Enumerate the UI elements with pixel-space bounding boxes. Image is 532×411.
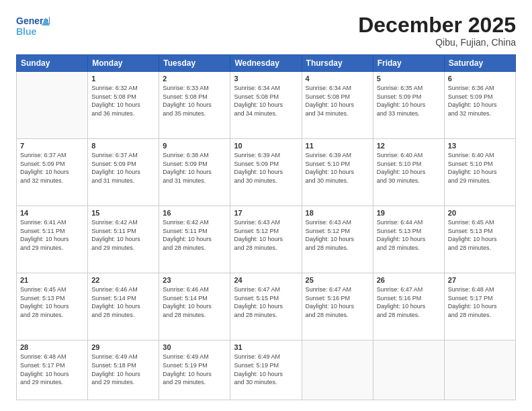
- day-number: 3: [234, 75, 298, 83]
- day-number: 30: [163, 343, 226, 351]
- cell-info: Sunrise: 6:43 AM Sunset: 5:12 PM Dayligh…: [306, 218, 369, 252]
- weekday-header-row: SundayMondayTuesdayWednesdayThursdayFrid…: [17, 55, 516, 72]
- cell-info: Sunrise: 6:37 AM Sunset: 5:09 PM Dayligh…: [20, 151, 84, 185]
- logo-svg: General Blue: [16, 13, 50, 40]
- calendar-cell: 15Sunrise: 6:42 AM Sunset: 5:11 PM Dayli…: [88, 206, 159, 273]
- location-subtitle: Qibu, Fujian, China: [358, 37, 516, 48]
- title-block: December 2025 Qibu, Fujian, China: [358, 13, 516, 48]
- day-number: 22: [91, 276, 155, 284]
- cell-info: Sunrise: 6:41 AM Sunset: 5:11 PM Dayligh…: [20, 218, 84, 252]
- cell-info: Sunrise: 6:34 AM Sunset: 5:08 PM Dayligh…: [306, 84, 369, 118]
- calendar-cell: [373, 340, 444, 400]
- calendar-cell: 29Sunrise: 6:49 AM Sunset: 5:18 PM Dayli…: [88, 340, 159, 400]
- cell-info: Sunrise: 6:40 AM Sunset: 5:10 PM Dayligh…: [448, 151, 512, 185]
- calendar-cell: 13Sunrise: 6:40 AM Sunset: 5:10 PM Dayli…: [444, 139, 515, 206]
- weekday-friday: Friday: [373, 55, 444, 72]
- week-row-3: 14Sunrise: 6:41 AM Sunset: 5:11 PM Dayli…: [17, 206, 516, 273]
- calendar-cell: [302, 340, 373, 400]
- calendar-cell: 6Sunrise: 6:36 AM Sunset: 5:09 PM Daylig…: [444, 72, 515, 139]
- cell-info: Sunrise: 6:33 AM Sunset: 5:08 PM Dayligh…: [163, 84, 226, 118]
- weekday-tuesday: Tuesday: [159, 55, 230, 72]
- calendar-cell: [444, 340, 515, 400]
- day-number: 27: [448, 276, 512, 284]
- day-number: 9: [163, 142, 226, 150]
- calendar-cell: 28Sunrise: 6:48 AM Sunset: 5:17 PM Dayli…: [17, 340, 88, 400]
- calendar-cell: 12Sunrise: 6:40 AM Sunset: 5:10 PM Dayli…: [373, 139, 444, 206]
- day-number: 4: [306, 75, 369, 83]
- cell-info: Sunrise: 6:39 AM Sunset: 5:09 PM Dayligh…: [234, 151, 298, 185]
- cell-info: Sunrise: 6:46 AM Sunset: 5:14 PM Dayligh…: [91, 285, 155, 319]
- day-number: 5: [377, 75, 441, 83]
- svg-text:Blue: Blue: [16, 26, 37, 37]
- calendar-cell: 30Sunrise: 6:49 AM Sunset: 5:19 PM Dayli…: [159, 340, 230, 400]
- weekday-wednesday: Wednesday: [230, 55, 302, 72]
- day-number: 17: [234, 209, 298, 217]
- calendar-table: SundayMondayTuesdayWednesdayThursdayFrid…: [16, 54, 516, 400]
- day-number: 1: [91, 75, 155, 83]
- calendar-cell: 5Sunrise: 6:35 AM Sunset: 5:09 PM Daylig…: [373, 72, 444, 139]
- calendar-cell: 18Sunrise: 6:43 AM Sunset: 5:12 PM Dayli…: [302, 206, 373, 273]
- day-number: 21: [20, 276, 84, 284]
- calendar-cell: 16Sunrise: 6:42 AM Sunset: 5:11 PM Dayli…: [159, 206, 230, 273]
- logo: General Blue: [16, 13, 50, 40]
- calendar-cell: 31Sunrise: 6:49 AM Sunset: 5:19 PM Dayli…: [230, 340, 302, 400]
- calendar-cell: 17Sunrise: 6:43 AM Sunset: 5:12 PM Dayli…: [230, 206, 302, 273]
- calendar-cell: 27Sunrise: 6:48 AM Sunset: 5:17 PM Dayli…: [444, 273, 515, 340]
- cell-info: Sunrise: 6:39 AM Sunset: 5:10 PM Dayligh…: [306, 151, 369, 185]
- calendar-cell: 11Sunrise: 6:39 AM Sunset: 5:10 PM Dayli…: [302, 139, 373, 206]
- day-number: 28: [20, 343, 84, 351]
- week-row-2: 7Sunrise: 6:37 AM Sunset: 5:09 PM Daylig…: [17, 139, 516, 206]
- day-number: 18: [306, 209, 369, 217]
- cell-info: Sunrise: 6:49 AM Sunset: 5:18 PM Dayligh…: [91, 353, 155, 386]
- cell-info: Sunrise: 6:42 AM Sunset: 5:11 PM Dayligh…: [91, 218, 155, 252]
- month-title: December 2025: [358, 13, 516, 37]
- calendar-cell: 7Sunrise: 6:37 AM Sunset: 5:09 PM Daylig…: [17, 139, 88, 206]
- calendar-cell: 25Sunrise: 6:47 AM Sunset: 5:16 PM Dayli…: [302, 273, 373, 340]
- calendar-cell: 19Sunrise: 6:44 AM Sunset: 5:13 PM Dayli…: [373, 206, 444, 273]
- cell-info: Sunrise: 6:47 AM Sunset: 5:16 PM Dayligh…: [306, 285, 369, 319]
- cell-info: Sunrise: 6:46 AM Sunset: 5:14 PM Dayligh…: [163, 285, 226, 319]
- week-row-5: 28Sunrise: 6:48 AM Sunset: 5:17 PM Dayli…: [17, 340, 516, 400]
- calendar-cell: 14Sunrise: 6:41 AM Sunset: 5:11 PM Dayli…: [17, 206, 88, 273]
- weekday-saturday: Saturday: [444, 55, 515, 72]
- day-number: 11: [306, 142, 369, 150]
- day-number: 20: [448, 209, 512, 217]
- cell-info: Sunrise: 6:32 AM Sunset: 5:08 PM Dayligh…: [91, 84, 155, 118]
- day-number: 2: [163, 75, 226, 83]
- day-number: 26: [377, 276, 441, 284]
- day-number: 16: [163, 209, 226, 217]
- day-number: 25: [306, 276, 369, 284]
- calendar-cell: 9Sunrise: 6:38 AM Sunset: 5:09 PM Daylig…: [159, 139, 230, 206]
- calendar-body: 1Sunrise: 6:32 AM Sunset: 5:08 PM Daylig…: [17, 72, 516, 400]
- calendar-cell: 3Sunrise: 6:34 AM Sunset: 5:08 PM Daylig…: [230, 72, 302, 139]
- cell-info: Sunrise: 6:44 AM Sunset: 5:13 PM Dayligh…: [377, 218, 441, 252]
- week-row-4: 21Sunrise: 6:45 AM Sunset: 5:13 PM Dayli…: [17, 273, 516, 340]
- calendar-cell: 24Sunrise: 6:47 AM Sunset: 5:15 PM Dayli…: [230, 273, 302, 340]
- cell-info: Sunrise: 6:40 AM Sunset: 5:10 PM Dayligh…: [377, 151, 441, 185]
- cell-info: Sunrise: 6:47 AM Sunset: 5:15 PM Dayligh…: [234, 285, 298, 319]
- page-header: General Blue December 2025 Qibu, Fujian,…: [16, 13, 516, 48]
- cell-info: Sunrise: 6:49 AM Sunset: 5:19 PM Dayligh…: [163, 353, 226, 386]
- calendar-cell: 8Sunrise: 6:37 AM Sunset: 5:09 PM Daylig…: [88, 139, 159, 206]
- cell-info: Sunrise: 6:45 AM Sunset: 5:13 PM Dayligh…: [448, 218, 512, 252]
- cell-info: Sunrise: 6:35 AM Sunset: 5:09 PM Dayligh…: [377, 84, 441, 118]
- day-number: 13: [448, 142, 512, 150]
- cell-info: Sunrise: 6:49 AM Sunset: 5:19 PM Dayligh…: [234, 353, 298, 386]
- day-number: 8: [91, 142, 155, 150]
- calendar-cell: 26Sunrise: 6:47 AM Sunset: 5:16 PM Dayli…: [373, 273, 444, 340]
- day-number: 6: [448, 75, 512, 83]
- calendar-cell: 2Sunrise: 6:33 AM Sunset: 5:08 PM Daylig…: [159, 72, 230, 139]
- day-number: 23: [163, 276, 226, 284]
- day-number: 7: [20, 142, 84, 150]
- calendar-cell: 4Sunrise: 6:34 AM Sunset: 5:08 PM Daylig…: [302, 72, 373, 139]
- day-number: 31: [234, 343, 298, 351]
- calendar-cell: 23Sunrise: 6:46 AM Sunset: 5:14 PM Dayli…: [159, 273, 230, 340]
- weekday-thursday: Thursday: [302, 55, 373, 72]
- calendar-cell: 20Sunrise: 6:45 AM Sunset: 5:13 PM Dayli…: [444, 206, 515, 273]
- day-number: 15: [91, 209, 155, 217]
- calendar-cell: 21Sunrise: 6:45 AM Sunset: 5:13 PM Dayli…: [17, 273, 88, 340]
- cell-info: Sunrise: 6:48 AM Sunset: 5:17 PM Dayligh…: [448, 285, 512, 319]
- cell-info: Sunrise: 6:48 AM Sunset: 5:17 PM Dayligh…: [20, 353, 84, 386]
- cell-info: Sunrise: 6:42 AM Sunset: 5:11 PM Dayligh…: [163, 218, 226, 252]
- week-row-1: 1Sunrise: 6:32 AM Sunset: 5:08 PM Daylig…: [17, 72, 516, 139]
